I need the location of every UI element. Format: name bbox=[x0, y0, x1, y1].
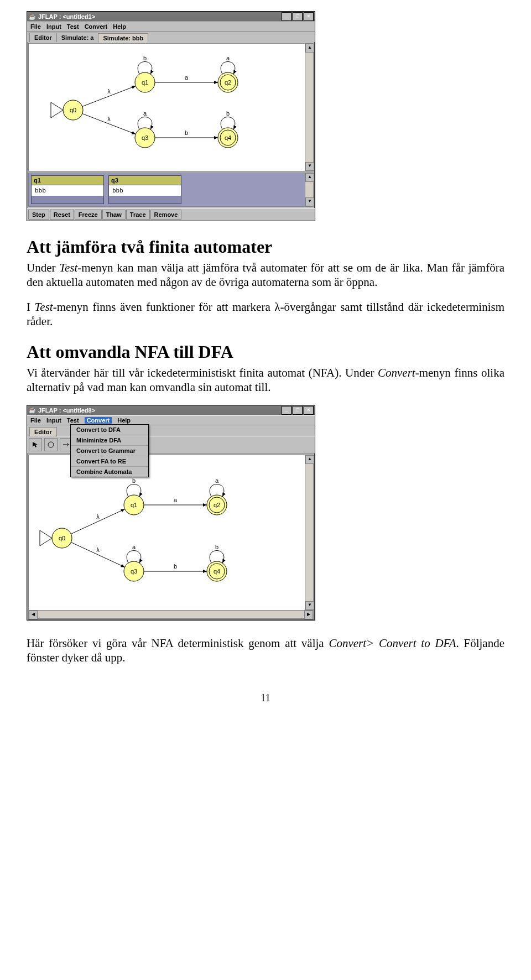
section2-para1: Vi återvänder här till vår ickedetermini… bbox=[27, 366, 504, 395]
step-button[interactable]: Step bbox=[28, 210, 49, 220]
menu-input[interactable]: Input bbox=[46, 23, 61, 30]
section-heading-compare: Att jämföra två finita automater bbox=[27, 237, 504, 257]
jflap-window-simulate: ☕ JFLAP : <untitled1> _ □ × File Input T… bbox=[27, 11, 315, 221]
section3-para: Här försöker vi göra vår NFA determinist… bbox=[27, 636, 504, 665]
menu-input[interactable]: Input bbox=[46, 417, 61, 424]
svg-text:λ: λ bbox=[96, 513, 100, 520]
scrollbar-vertical[interactable]: ▲ ▼ bbox=[305, 173, 313, 206]
java-icon: ☕ bbox=[28, 406, 36, 414]
text-emphasis: Convert bbox=[378, 366, 415, 379]
maximize-button[interactable]: □ bbox=[293, 12, 303, 21]
close-button[interactable]: × bbox=[304, 12, 314, 21]
scroll-right-icon[interactable]: ▶ bbox=[304, 611, 313, 619]
scrollbar-vertical[interactable]: ▲ ▼ bbox=[305, 455, 313, 610]
tab-editor[interactable]: Editor bbox=[29, 427, 57, 436]
menu-test[interactable]: Test bbox=[67, 23, 79, 30]
svg-text:b: b bbox=[215, 544, 218, 550]
convert-dropdown: Convert to DFA Miniminize DFA Convert to… bbox=[70, 424, 149, 477]
scroll-down-icon[interactable]: ▼ bbox=[305, 601, 314, 610]
scrollbar-vertical[interactable]: ▲ ▼ bbox=[305, 44, 313, 171]
dropdown-convert-to-grammar[interactable]: Convert to Grammar bbox=[71, 446, 148, 456]
svg-text:q4: q4 bbox=[225, 134, 231, 141]
menu-convert[interactable]: Convert bbox=[85, 23, 108, 30]
text-fragment: Under bbox=[27, 261, 59, 274]
minimize-button[interactable]: _ bbox=[282, 12, 291, 21]
window-title: JFLAP : <untitled8> bbox=[38, 407, 282, 414]
nfa-diagram: λλabbaabq0q1q2q3q4 bbox=[29, 455, 305, 610]
tab-editor[interactable]: Editor bbox=[29, 33, 57, 42]
freeze-button[interactable]: Freeze bbox=[75, 210, 102, 220]
config-card-q1[interactable]: q1 bbb bbox=[31, 175, 104, 204]
pointer-tool-icon[interactable] bbox=[29, 438, 42, 451]
minimize-button[interactable]: _ bbox=[282, 406, 291, 415]
diagram-canvas-wrap: λλabbaabq0q1q2q3q4 ▲ ▼ bbox=[28, 43, 314, 171]
text-fragment: Vi återvänder här till vår ickedetermini… bbox=[27, 366, 378, 379]
menu-file[interactable]: File bbox=[30, 417, 41, 424]
scroll-down-icon[interactable]: ▼ bbox=[305, 197, 314, 206]
svg-text:a: a bbox=[132, 544, 136, 550]
diagram-canvas[interactable]: λλabbaabq0q1q2q3q4 ▲ ▼ bbox=[29, 44, 313, 171]
menubar: File Input Test Convert Help bbox=[27, 22, 315, 32]
menu-help[interactable]: Help bbox=[113, 23, 126, 30]
text-emphasis: Test bbox=[35, 300, 53, 314]
menu-file[interactable]: File bbox=[30, 23, 41, 30]
svg-text:a: a bbox=[185, 74, 189, 81]
titlebar[interactable]: ☕ JFLAP : <untitled8> _ □ × bbox=[27, 405, 315, 415]
svg-point-24 bbox=[48, 442, 54, 447]
java-icon: ☕ bbox=[28, 13, 36, 20]
titlebar[interactable]: ☕ JFLAP : <untitled1> _ □ × bbox=[27, 12, 315, 22]
dropdown-convert-fa-to-re[interactable]: Convert FA to RE bbox=[71, 456, 148, 467]
diagram-canvas[interactable]: λλabbaabq0q1q2q3q4 ▲ ▼ bbox=[29, 455, 313, 610]
text-fragment: I bbox=[27, 300, 35, 314]
svg-text:b: b bbox=[143, 55, 147, 61]
config-card-q3[interactable]: q3 bbb bbox=[108, 175, 181, 204]
svg-text:q3: q3 bbox=[131, 568, 137, 575]
text-fragment: -menyn finns även funktioner för att mar… bbox=[27, 300, 504, 328]
scroll-down-icon[interactable]: ▼ bbox=[305, 162, 314, 171]
state-tool-icon[interactable] bbox=[44, 438, 58, 451]
menu-help[interactable]: Help bbox=[117, 417, 131, 424]
simulate-toolbar: Step Reset Freeze Thaw Trace Remove bbox=[27, 208, 315, 221]
dropdown-minimize-dfa[interactable]: Miniminize DFA bbox=[71, 435, 148, 446]
svg-text:a: a bbox=[143, 110, 147, 117]
scroll-up-icon[interactable]: ▲ bbox=[305, 44, 314, 53]
text-fragment: Här försöker vi göra vår NFA determinist… bbox=[27, 637, 329, 650]
page-number: 11 bbox=[27, 692, 504, 704]
diagram-canvas-wrap: λλabbaabq0q1q2q3q4 ▲ ▼ ◀ ▶ bbox=[28, 455, 314, 619]
menu-convert[interactable]: Convert bbox=[85, 417, 112, 424]
trace-button[interactable]: Trace bbox=[126, 210, 150, 220]
dropdown-combine-automata[interactable]: Combine Automata bbox=[71, 467, 148, 477]
svg-text:q1: q1 bbox=[142, 79, 148, 86]
tab-simulate-a[interactable]: Simulate: a bbox=[56, 33, 99, 42]
svg-text:b: b bbox=[174, 563, 177, 570]
reset-button[interactable]: Reset bbox=[50, 210, 74, 220]
simulation-panel: q1 bbb q3 bbb ▲ ▼ bbox=[28, 173, 314, 207]
dropdown-convert-to-dfa[interactable]: Convert to DFA bbox=[71, 425, 148, 435]
scrollbar-horizontal[interactable]: ◀ ▶ bbox=[29, 610, 313, 618]
svg-text:λ: λ bbox=[96, 546, 100, 553]
menu-test[interactable]: Test bbox=[67, 417, 79, 424]
svg-text:a: a bbox=[226, 55, 230, 61]
close-button[interactable]: × bbox=[304, 406, 314, 415]
config-tape: bbb bbox=[32, 185, 103, 196]
remove-button[interactable]: Remove bbox=[150, 210, 182, 220]
scroll-up-icon[interactable]: ▲ bbox=[305, 455, 314, 464]
text-emphasis: Convert> Convert to DFA bbox=[329, 637, 456, 650]
svg-text:a: a bbox=[215, 477, 219, 484]
maximize-button[interactable]: □ bbox=[293, 406, 303, 415]
window-title: JFLAP : <untitled1> bbox=[38, 13, 282, 20]
svg-text:q1: q1 bbox=[131, 502, 137, 508]
svg-text:q0: q0 bbox=[59, 535, 65, 541]
tab-simulate-bbb[interactable]: Simulate: bbb bbox=[98, 33, 148, 43]
section1-para1: Under Test-menyn kan man välja att jämfö… bbox=[27, 260, 504, 290]
thaw-button[interactable]: Thaw bbox=[102, 210, 126, 220]
svg-text:λ: λ bbox=[107, 88, 111, 95]
svg-text:a: a bbox=[174, 497, 178, 503]
svg-text:q3: q3 bbox=[142, 134, 148, 141]
svg-text:q4: q4 bbox=[214, 568, 220, 575]
scroll-up-icon[interactable]: ▲ bbox=[305, 173, 314, 182]
section1-para2: I Test-menyn finns även funktioner för a… bbox=[27, 300, 504, 329]
scroll-left-icon[interactable]: ◀ bbox=[29, 611, 38, 619]
svg-text:b: b bbox=[132, 477, 136, 484]
svg-text:b: b bbox=[185, 129, 188, 136]
